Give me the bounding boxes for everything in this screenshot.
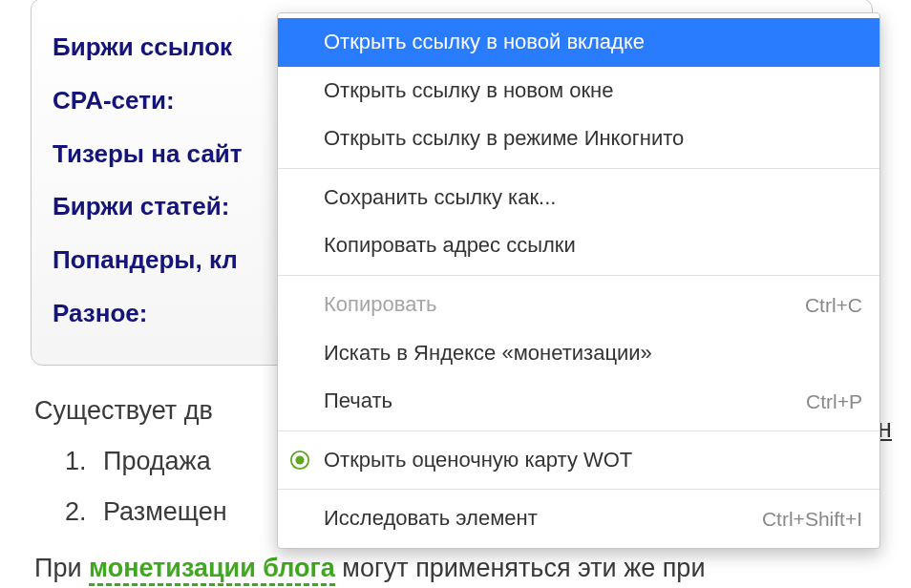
context-menu-label: Исследовать элемент [324, 505, 538, 533]
category-label: Тизеры на сайт [53, 138, 243, 171]
context-menu-item[interactable]: Открыть оценочную карту WOT [278, 436, 879, 485]
closing-paragraph: При монетизации блога могут применяться … [34, 552, 900, 585]
context-menu-label: Копировать [324, 291, 436, 319]
category-label: Биржи ссылок [53, 32, 232, 64]
page-root: Биржи ссылок S CPA-сети: A Тизеры на сай… [0, 0, 911, 586]
context-menu-item[interactable]: Исследовать элементCtrl+Shift+I [278, 494, 879, 543]
context-menu-item[interactable]: Открыть ссылку в новой вкладке [278, 18, 879, 67]
context-menu-shortcut: Ctrl+P [806, 388, 862, 414]
context-menu-separator [278, 275, 879, 276]
context-menu-item[interactable]: Открыть ссылку в новом окне [278, 67, 879, 116]
category-label: Биржи статей: [53, 191, 229, 223]
context-menu-label: Печать [324, 388, 392, 415]
context-menu-label: Открыть ссылку в режиме Инкогнито [324, 125, 684, 153]
wot-icon [289, 450, 310, 471]
closing-suffix: могут применяться эти же при [335, 554, 706, 582]
context-menu-label: Сохранить ссылку как... [324, 184, 556, 212]
context-menu-item[interactable]: ПечатьCtrl+P [278, 377, 879, 426]
context-menu-separator [278, 430, 879, 431]
context-menu-label: Открыть ссылку в новом окне [324, 77, 614, 105]
context-menu-item[interactable]: Копировать адрес ссылки [278, 221, 879, 270]
closing-prefix: При [34, 554, 89, 582]
monetization-link[interactable]: монетизации блога [89, 554, 335, 586]
category-label: Попандеры, кл [53, 244, 238, 277]
context-menu-item: КопироватьCtrl+C [278, 281, 879, 329]
category-label: CPA-сети: [53, 85, 175, 117]
context-menu-separator [278, 168, 879, 169]
context-menu-separator [278, 489, 879, 490]
context-menu-label: Открыть оценочную карту WOT [324, 447, 632, 474]
context-menu-shortcut: Ctrl+Shift+I [762, 506, 862, 532]
context-menu: Открыть ссылку в новой вкладкеОткрыть сс… [277, 12, 880, 549]
svg-point-1 [295, 455, 304, 464]
context-menu-label: Копировать адрес ссылки [324, 232, 576, 260]
context-menu-shortcut: Ctrl+C [805, 292, 862, 318]
context-menu-item[interactable]: Сохранить ссылку как... [278, 174, 879, 222]
context-menu-item[interactable]: Открыть ссылку в режиме Инкогнито [278, 115, 879, 163]
context-menu-label: Искать в Яндексе «монетизации» [324, 340, 652, 368]
context-menu-item[interactable]: Искать в Яндексе «монетизации» [278, 329, 879, 378]
category-label: Разное: [53, 298, 147, 330]
context-menu-label: Открыть ссылку в новой вкладке [324, 29, 645, 56]
